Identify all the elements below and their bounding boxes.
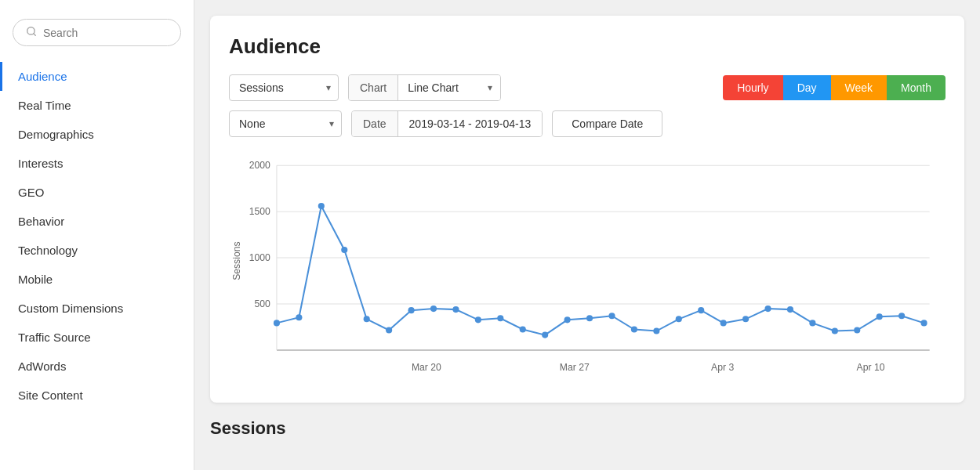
sidebar-item-custom-dimensions[interactable]: Custom Dimensions	[0, 294, 194, 323]
search-box[interactable]	[13, 19, 181, 46]
sidebar-item-demographics[interactable]: Demographics	[0, 120, 194, 149]
chart-dot	[608, 313, 615, 319]
week-button[interactable]: Week	[831, 75, 887, 100]
sidebar-item-audience[interactable]: Audience	[0, 62, 194, 91]
sessions-section: Sessions	[210, 418, 964, 439]
chart-dot	[296, 314, 302, 320]
chart-dot	[676, 316, 682, 322]
date-value: 2019-03-14 - 2019-04-13	[398, 111, 543, 136]
svg-text:Apr 3: Apr 3	[711, 362, 734, 373]
metric-select-wrapper: Sessions Users Pageviews ▾	[229, 74, 339, 101]
chart-dot	[809, 320, 815, 326]
sidebar-item-technology[interactable]: Technology	[0, 236, 194, 265]
chart-dot	[898, 313, 905, 319]
audience-card: Audience Sessions Users Pageviews ▾ Char…	[210, 16, 964, 403]
chart-dot	[764, 306, 771, 312]
svg-line-1	[34, 34, 36, 36]
compare-date-button[interactable]: Compare Date	[552, 110, 662, 137]
metric-select[interactable]: Sessions Users Pageviews	[229, 74, 339, 101]
chart-line	[277, 206, 924, 335]
line-chart-svg: 2000 1500 1000 500 Sessions Mar 20 Mar 2…	[229, 150, 946, 381]
chart-dot	[854, 327, 860, 333]
chart-dot	[586, 315, 593, 321]
compare-select[interactable]: None Previous period Previous year	[229, 110, 342, 137]
time-buttons: Hourly Day Week Month	[723, 75, 946, 100]
sidebar-item-mobile[interactable]: Mobile	[0, 265, 194, 294]
svg-text:1000: 1000	[249, 252, 270, 263]
sessions-title: Sessions	[210, 418, 964, 439]
chart-type-group: Chart Line Chart Bar Chart Area Chart ▾	[348, 74, 501, 101]
chart-dot	[520, 326, 526, 332]
month-button[interactable]: Month	[887, 75, 946, 100]
svg-text:Mar 20: Mar 20	[412, 362, 441, 373]
chart-dot	[364, 316, 370, 322]
svg-text:Apr 10: Apr 10	[857, 362, 885, 373]
chart-dot	[877, 313, 883, 320]
chart-dot	[341, 247, 347, 253]
chart-dot	[386, 327, 392, 333]
chart-dot	[720, 320, 727, 326]
sidebar-item-geo[interactable]: GEO	[0, 178, 194, 207]
controls-row-2: None Previous period Previous year ▾ Dat…	[229, 110, 946, 137]
search-input[interactable]	[43, 27, 168, 39]
sidebar-item-behavior[interactable]: Behavior	[0, 207, 194, 236]
chart-dot	[452, 306, 459, 313]
chart-dot	[921, 320, 927, 326]
chart-dot	[832, 327, 838, 334]
date-group: Date 2019-03-14 - 2019-04-13	[351, 110, 543, 137]
svg-text:Sessions: Sessions	[231, 241, 242, 280]
chart-dot	[653, 327, 659, 334]
chart-label: Chart	[349, 75, 398, 100]
chart-dot	[742, 316, 749, 322]
chart-dot	[430, 306, 437, 312]
chart-dot	[274, 320, 280, 326]
chart-dot	[698, 307, 704, 313]
svg-text:500: 500	[255, 298, 271, 309]
sidebar-item-site-content[interactable]: Site Content	[0, 381, 194, 410]
sidebar-item-adwords[interactable]: AdWords	[0, 352, 194, 381]
day-button[interactable]: Day	[783, 75, 831, 100]
chart-type-select[interactable]: Line Chart Bar Chart Area Chart	[398, 75, 500, 100]
sidebar-item-interests[interactable]: Interests	[0, 149, 194, 178]
chart-dot	[787, 306, 793, 313]
compare-select-wrapper: None Previous period Previous year ▾	[229, 110, 342, 137]
chart-dot	[542, 332, 548, 338]
chart-dot	[564, 316, 571, 323]
chart-dot	[497, 315, 503, 321]
chart-type-select-wrapper: Line Chart Bar Chart Area Chart ▾	[398, 75, 500, 100]
svg-text:1500: 1500	[249, 206, 270, 217]
sidebar: AudienceReal TimeDemographicsInterestsGE…	[0, 0, 194, 470]
svg-text:Mar 27: Mar 27	[560, 362, 590, 373]
chart-dot	[631, 326, 637, 332]
svg-text:2000: 2000	[249, 160, 270, 171]
search-icon	[26, 26, 37, 39]
chart-dot	[475, 316, 481, 323]
chart-dot	[318, 203, 325, 209]
chart-container: 2000 1500 1000 500 Sessions Mar 20 Mar 2…	[229, 150, 946, 384]
controls-row-1: Sessions Users Pageviews ▾ Chart Line Ch…	[229, 74, 946, 101]
sidebar-item-traffic-source[interactable]: Traffic Source	[0, 323, 194, 352]
hourly-button[interactable]: Hourly	[723, 75, 782, 100]
date-label: Date	[352, 111, 398, 136]
sidebar-item-real-time[interactable]: Real Time	[0, 91, 194, 120]
main-content: Audience Sessions Users Pageviews ▾ Char…	[194, 0, 980, 470]
chart-dot	[408, 307, 415, 313]
page-title: Audience	[229, 34, 946, 59]
